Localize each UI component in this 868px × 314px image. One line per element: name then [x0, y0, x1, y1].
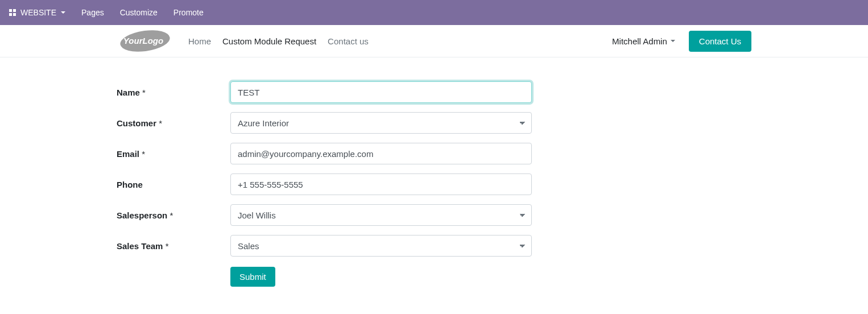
- topbar-item-label: Pages: [81, 8, 104, 17]
- name-input[interactable]: [230, 81, 532, 103]
- required-asterisk: *: [166, 241, 169, 251]
- chevron-down-icon: [671, 40, 675, 42]
- label-text: Sales Team: [117, 241, 163, 251]
- website-menu[interactable]: WEBSITE: [9, 8, 65, 17]
- field-sales-team: Sales: [230, 235, 532, 257]
- topbar-promote[interactable]: Promote: [173, 8, 204, 17]
- label-text: Email: [117, 149, 139, 159]
- label-salesperson: Salesperson *: [117, 210, 230, 220]
- logo-icon: YourLogo: [117, 30, 170, 52]
- required-asterisk: *: [142, 149, 145, 159]
- field-phone: [230, 173, 532, 195]
- label-text: Phone: [117, 180, 143, 189]
- phone-input[interactable]: [230, 173, 532, 195]
- label-text: Salesperson: [117, 210, 167, 220]
- submit-row: Submit: [230, 267, 751, 287]
- field-salesperson: Joel Willis: [230, 204, 532, 226]
- topbar-item-label: Customize: [120, 8, 158, 17]
- form-row-customer: Customer * Azure Interior: [117, 112, 751, 134]
- form-row-salesperson: Salesperson * Joel Willis: [117, 204, 751, 226]
- label-customer: Customer *: [117, 118, 230, 128]
- required-asterisk: *: [170, 210, 173, 220]
- salesperson-select[interactable]: Joel Willis: [230, 204, 532, 226]
- field-name: [230, 81, 532, 103]
- user-name: Mitchell Admin: [612, 36, 667, 46]
- form-row-name: Name *: [117, 81, 751, 103]
- user-menu[interactable]: Mitchell Admin: [612, 36, 675, 46]
- field-email: [230, 143, 532, 164]
- nav-home[interactable]: Home: [188, 36, 211, 46]
- form-row-phone: Phone: [117, 173, 751, 195]
- page-content: Name * Customer * Azure Interior Email *: [110, 57, 758, 309]
- svg-text:YourLogo: YourLogo: [123, 36, 163, 46]
- form-row-email: Email *: [117, 143, 751, 164]
- editor-topbar: WEBSITE Pages Customize Promote: [0, 0, 868, 25]
- request-form: Name * Customer * Azure Interior Email *: [117, 81, 751, 287]
- customer-select[interactable]: Azure Interior: [230, 112, 532, 134]
- nav-contact-us[interactable]: Contact us: [328, 36, 369, 46]
- label-email: Email *: [117, 149, 230, 159]
- label-text: Name: [117, 88, 140, 97]
- form-row-sales-team: Sales Team * Sales: [117, 235, 751, 257]
- header-right: Mitchell Admin Contact Us: [612, 31, 751, 52]
- sales-team-select[interactable]: Sales: [230, 235, 532, 257]
- header-nav: Home Custom Module Request Contact us: [188, 36, 369, 46]
- label-phone: Phone: [117, 180, 230, 189]
- submit-button[interactable]: Submit: [230, 267, 275, 287]
- site-header-inner: YourLogo Home Custom Module Request Cont…: [110, 25, 758, 57]
- topbar-pages[interactable]: Pages: [81, 8, 104, 17]
- topbar-item-label: Promote: [173, 8, 204, 17]
- website-menu-label: WEBSITE: [20, 8, 56, 17]
- chevron-down-icon: [61, 11, 65, 14]
- required-asterisk: *: [159, 118, 162, 128]
- field-customer: Azure Interior: [230, 112, 532, 134]
- label-name: Name *: [117, 88, 230, 97]
- label-sales-team: Sales Team *: [117, 241, 230, 251]
- site-logo[interactable]: YourLogo: [117, 30, 170, 52]
- label-text: Customer: [117, 118, 156, 128]
- topbar-customize[interactable]: Customize: [120, 8, 158, 17]
- required-asterisk: *: [142, 88, 146, 97]
- nav-custom-module-request[interactable]: Custom Module Request: [222, 36, 316, 46]
- site-header: YourLogo Home Custom Module Request Cont…: [0, 25, 868, 57]
- apps-grid-icon: [9, 9, 16, 16]
- contact-us-button[interactable]: Contact Us: [689, 31, 751, 52]
- editor-topbar-left: WEBSITE Pages Customize Promote: [9, 8, 204, 17]
- email-input[interactable]: [230, 143, 532, 164]
